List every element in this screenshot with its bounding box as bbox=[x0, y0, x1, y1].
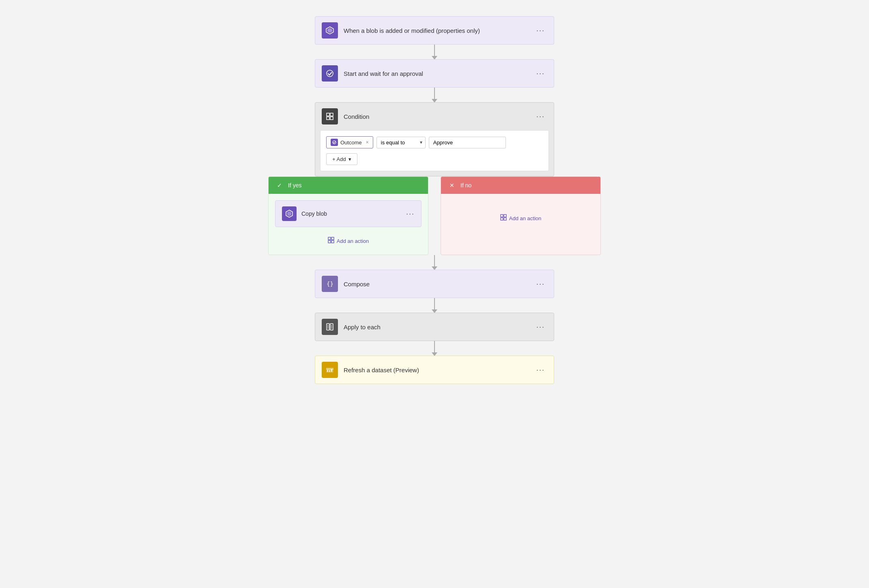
refresh-label: Refresh a dataset (Preview) bbox=[344, 367, 534, 373]
svg-rect-27 bbox=[331, 369, 332, 372]
no-add-action-label: Add an action bbox=[509, 215, 542, 221]
x-icon: ✕ bbox=[447, 181, 456, 190]
compose-label: Compose bbox=[344, 281, 534, 288]
outcome-tag-label: Outcome bbox=[340, 139, 362, 146]
trigger-icon bbox=[322, 22, 338, 39]
svg-marker-1 bbox=[327, 28, 332, 33]
compose-icon: {} bbox=[322, 276, 338, 292]
branch-yes-label: If yes bbox=[288, 182, 301, 189]
connector-3 bbox=[434, 255, 435, 270]
compose-card[interactable]: {} Compose ··· bbox=[315, 270, 554, 298]
condition-icon bbox=[322, 108, 338, 124]
outcome-tag-close[interactable]: × bbox=[366, 139, 369, 145]
branch-no-body: Add an action bbox=[441, 194, 600, 242]
svg-text:{}: {} bbox=[327, 281, 333, 287]
copy-blob-more-btn[interactable]: ··· bbox=[406, 210, 415, 218]
outcome-tag-icon bbox=[331, 139, 338, 146]
svg-rect-25 bbox=[327, 370, 328, 372]
copy-blob-icon bbox=[282, 206, 297, 221]
apply-each-label: Apply to each bbox=[344, 324, 534, 330]
approval-icon bbox=[322, 65, 338, 82]
branch-yes-body: Copy blob ··· Add an action bbox=[269, 194, 428, 255]
operator-select-wrapper: is equal to is not equal to contains bbox=[376, 137, 426, 148]
svg-rect-4 bbox=[330, 113, 333, 116]
svg-marker-9 bbox=[287, 211, 291, 216]
svg-rect-26 bbox=[329, 370, 330, 372]
operator-select[interactable]: is equal to is not equal to contains bbox=[376, 137, 426, 148]
branch-no-label: If no bbox=[460, 182, 471, 189]
outcome-tag: Outcome × bbox=[326, 136, 373, 148]
svg-rect-6 bbox=[330, 117, 333, 120]
chevron-down-icon: ▾ bbox=[348, 156, 351, 162]
svg-rect-10 bbox=[328, 237, 331, 240]
branch-no-header: ✕ If no bbox=[441, 177, 600, 194]
add-btn-label: + Add bbox=[332, 156, 346, 162]
approval-card[interactable]: Start and wait for an approval ··· bbox=[315, 59, 554, 88]
refresh-card[interactable]: Refresh a dataset (Preview) ··· bbox=[315, 356, 554, 384]
apply-each-more-btn[interactable]: ··· bbox=[534, 322, 547, 332]
branch-yes-header: ✓ If yes bbox=[269, 177, 428, 194]
connector-1 bbox=[434, 45, 435, 59]
svg-rect-12 bbox=[328, 240, 331, 243]
checkmark-icon: ✓ bbox=[275, 181, 284, 190]
condition-row: Outcome × is equal to is not equal to co… bbox=[326, 136, 543, 148]
apply-each-card[interactable]: Apply to each ··· bbox=[315, 313, 554, 341]
trigger-more-btn[interactable]: ··· bbox=[534, 26, 547, 36]
refresh-more-btn[interactable]: ··· bbox=[534, 365, 547, 375]
condition-body: Outcome × is equal to is not equal to co… bbox=[320, 130, 549, 171]
connector-2 bbox=[434, 88, 435, 102]
condition-card: Condition ··· Outcome × is eq bbox=[315, 102, 554, 176]
yes-add-action-icon bbox=[328, 237, 334, 245]
apply-icon bbox=[322, 319, 338, 335]
connector-5 bbox=[434, 341, 435, 356]
svg-point-2 bbox=[327, 70, 333, 77]
svg-rect-11 bbox=[331, 237, 334, 240]
flow-canvas: When a blob is added or modified (proper… bbox=[0, 0, 869, 400]
branch-yes: ✓ If yes Copy blob ··· bbox=[268, 176, 428, 255]
svg-rect-13 bbox=[331, 240, 334, 243]
condition-label: Condition bbox=[344, 113, 534, 120]
svg-rect-14 bbox=[501, 215, 503, 217]
branch-no: ✕ If no Add an action bbox=[441, 176, 601, 255]
yes-add-action-link[interactable]: Add an action bbox=[275, 234, 422, 248]
trigger-card[interactable]: When a blob is added or modified (proper… bbox=[315, 16, 554, 45]
compose-more-btn[interactable]: ··· bbox=[534, 279, 547, 289]
approval-label: Start and wait for an approval bbox=[344, 70, 534, 77]
condition-header: Condition ··· bbox=[315, 103, 554, 130]
copy-blob-card[interactable]: Copy blob ··· bbox=[275, 200, 422, 227]
trigger-label: When a blob is added or modified (proper… bbox=[344, 27, 534, 34]
approval-more-btn[interactable]: ··· bbox=[534, 69, 547, 79]
copy-blob-label: Copy blob bbox=[301, 210, 406, 217]
svg-rect-16 bbox=[501, 218, 503, 220]
yes-add-action-label: Add an action bbox=[337, 238, 369, 244]
branch-container: ✓ If yes Copy blob ··· bbox=[268, 176, 601, 255]
svg-rect-5 bbox=[327, 117, 329, 120]
condition-more-btn[interactable]: ··· bbox=[534, 112, 547, 122]
svg-rect-15 bbox=[504, 215, 506, 217]
no-add-action-link[interactable]: Add an action bbox=[500, 211, 542, 225]
svg-rect-3 bbox=[327, 113, 329, 116]
condition-add-btn[interactable]: + Add ▾ bbox=[326, 153, 357, 165]
condition-value-input[interactable] bbox=[429, 137, 506, 148]
no-add-action-icon bbox=[500, 214, 507, 222]
svg-rect-17 bbox=[504, 218, 506, 220]
connector-4 bbox=[434, 298, 435, 313]
refresh-icon bbox=[322, 362, 338, 378]
svg-point-7 bbox=[333, 141, 336, 144]
